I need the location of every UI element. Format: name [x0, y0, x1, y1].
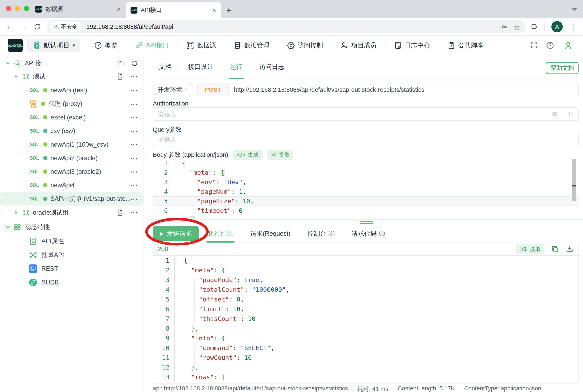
ellipsis-icon[interactable]: ⋯: [130, 168, 138, 176]
code-line: 7 }: [153, 216, 578, 218]
browser-tab-datasource[interactable]: apiSQL 数据源 ×: [31, 0, 126, 18]
tree-row-actions: ⋯: [130, 168, 138, 176]
api-item-label: newApi2 (oracle): [51, 154, 98, 162]
ellipsis-icon[interactable]: ⋯: [130, 195, 138, 203]
result-tab-执行结果[interactable]: 执行结果: [208, 224, 233, 243]
user-avatar[interactable]: [562, 40, 574, 51]
editor-scrollbar[interactable]: [572, 159, 576, 201]
authorization-input[interactable]: [153, 110, 551, 118]
url-bar[interactable]: ⚠ 不安全 192.168.2.18:8088/ui/default/api ☆: [47, 20, 525, 33]
nav-item-logs[interactable]: 日志中心: [394, 41, 430, 50]
ellipsis-icon[interactable]: ⋯: [130, 72, 138, 80]
dynamic-item[interactable]: API属性: [0, 234, 144, 248]
help-icon[interactable]: [546, 41, 554, 50]
close-tab-icon[interactable]: ×: [117, 5, 121, 13]
nav-item-access[interactable]: 访问控制: [287, 41, 323, 50]
api-item[interactable]: API代理 (proxy)⋯: [0, 97, 144, 110]
body-json-editor[interactable]: 1{2 "meta": {3 "env": "dev",4 "pageNum":…: [153, 158, 578, 218]
editor-scrollbar-handle[interactable]: [572, 185, 576, 186]
sidebar-root-api[interactable]: API接口: [0, 57, 144, 70]
close-tab-icon[interactable]: ×: [212, 6, 216, 14]
nav-item-datamanage[interactable]: 数据管理: [233, 41, 269, 50]
nav-item-datasource[interactable]: 数据源: [186, 41, 216, 50]
result-tab-控制台[interactable]: 控制台ⓘ: [308, 224, 335, 243]
resize-handle[interactable]: [360, 221, 373, 222]
tree-row-actions: ⋯: [130, 86, 138, 94]
sidebar-group-oracle[interactable]: oracle测试组⋯: [0, 206, 144, 220]
help-doc-button[interactable]: 帮助文档: [546, 62, 578, 74]
sliders-icon[interactable]: [567, 110, 574, 118]
download-icon[interactable]: [565, 245, 574, 253]
query-params-input[interactable]: [153, 136, 578, 143]
environment-select[interactable]: 开发环境: [153, 83, 193, 96]
nav-item-api[interactable]: API接口: [135, 41, 169, 50]
sidebar-root-dynamic[interactable]: 动态特性: [0, 220, 144, 234]
forward-icon[interactable]: →: [20, 22, 28, 32]
nav-item-overview[interactable]: 概览: [94, 41, 118, 50]
ellipsis-icon[interactable]: ⋯: [130, 154, 138, 162]
toolbar-divider: [544, 22, 545, 31]
nav-item-scripts[interactable]: 公共脚本: [447, 41, 483, 50]
ellipsis-icon[interactable]: ⋯: [130, 100, 138, 108]
response-extract-button[interactable]: 提取: [516, 244, 544, 254]
refresh-icon[interactable]: [131, 60, 138, 67]
api-item[interactable]: SQLnewApi2 (oracle)⋯: [0, 151, 144, 165]
api-item[interactable]: SQLSAP出货单 (v1/sap-out-sto...⋯: [0, 192, 144, 206]
browser-tab-api[interactable]: apiSQL API接口 ×: [126, 2, 221, 18]
api-item-label: newApi1 (100w_csv): [51, 141, 108, 148]
dynamic-item[interactable]: SUDB: [0, 276, 144, 289]
batch-icon: [29, 251, 37, 259]
tab-文档[interactable]: 文档: [159, 55, 171, 78]
api-item[interactable]: SQLnewApi (test)⋯: [0, 84, 144, 97]
fullscreen-icon[interactable]: [530, 42, 538, 49]
resize-handle[interactable]: [360, 223, 373, 224]
request-url[interactable]: http://192.168.2.18:8088/api/default/v1/…: [229, 84, 578, 96]
code-icon: </>: [237, 152, 245, 158]
back-icon[interactable]: ←: [6, 22, 14, 32]
dynamic-item[interactable]: 批量API: [0, 248, 144, 262]
close-window-button[interactable]: [6, 6, 11, 11]
url-text[interactable]: 192.168.2.18:8088/ui/default/api: [86, 23, 501, 30]
response-json-viewer[interactable]: 1{2 "meta": {3 "pageMode": true,4 "total…: [153, 255, 578, 384]
tab-search-chevron-icon[interactable]: [570, 5, 578, 13]
maximize-window-button[interactable]: [24, 6, 29, 11]
ellipsis-icon[interactable]: ⋯: [130, 86, 138, 94]
minimize-window-button[interactable]: [15, 6, 20, 11]
project-selector[interactable]: P 默认项目 ▾: [27, 39, 80, 52]
line-number: 1: [153, 158, 173, 168]
api-item[interactable]: SQLnewApi1 (100w_csv)⋯: [0, 138, 144, 151]
reload-icon[interactable]: [34, 23, 41, 30]
api-item[interactable]: SQLcsv (csv)⋯: [0, 124, 144, 138]
new-tab-button[interactable]: +: [226, 5, 231, 16]
extensions-puzzle-icon[interactable]: [530, 23, 538, 31]
send-request-button[interactable]: ▶ 发送请求: [153, 226, 199, 241]
tab-访问日志[interactable]: 访问日志: [259, 55, 284, 78]
folder-plus-icon[interactable]: [117, 60, 125, 67]
tab-运行[interactable]: 运行: [230, 55, 242, 78]
sidebar-group-test[interactable]: 测试⋯: [0, 70, 144, 84]
browser-menu-icon[interactable]: ⋮: [569, 22, 577, 31]
file-plus-icon[interactable]: [116, 73, 124, 80]
bookmark-star-icon[interactable]: ☆: [514, 23, 521, 30]
password-key-icon[interactable]: [501, 23, 508, 30]
ellipsis-icon[interactable]: ⋯: [130, 208, 138, 217]
eye-off-icon[interactable]: [551, 110, 559, 118]
file-plus-icon[interactable]: [116, 209, 124, 216]
copy-icon[interactable]: [551, 245, 559, 253]
browser-profile-avatar[interactable]: A: [551, 21, 563, 32]
ellipsis-icon[interactable]: ⋯: [130, 181, 138, 189]
result-tab-请求(Request)[interactable]: 请求(Request): [250, 224, 290, 243]
nav-item-label: 公共脚本: [458, 41, 483, 50]
tab-接口设计[interactable]: 接口设计: [188, 55, 213, 78]
result-tab-请求代码[interactable]: 请求代码ⓘ: [352, 224, 385, 243]
api-item[interactable]: SQLnewApi3 (oracle2)⋯: [0, 165, 144, 178]
dynamic-item[interactable]: RESTREST: [0, 262, 144, 276]
nav-item-members[interactable]: 项目成员: [340, 41, 376, 50]
ellipsis-icon[interactable]: ⋯: [130, 127, 138, 135]
line-number: 3: [153, 275, 175, 285]
api-item[interactable]: SQLexcel (excel)⋯: [0, 110, 144, 124]
security-badge[interactable]: ⚠ 不安全: [50, 22, 82, 32]
api-item[interactable]: SQLnewApi4⋯: [0, 178, 144, 192]
ellipsis-icon[interactable]: ⋯: [130, 114, 138, 122]
ellipsis-icon[interactable]: ⋯: [130, 140, 138, 148]
